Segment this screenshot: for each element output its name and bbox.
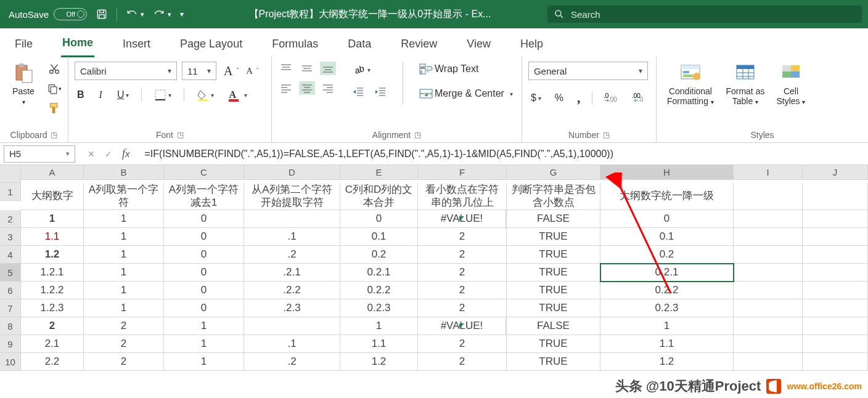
cut-icon[interactable]	[47, 62, 62, 76]
cell[interactable]: 0	[164, 228, 244, 246]
cell[interactable]	[734, 353, 803, 371]
decrease-indent-icon[interactable]	[350, 85, 367, 99]
qat-customize-button[interactable]: ▾	[180, 10, 184, 18]
cell[interactable]: .2.1	[244, 264, 340, 282]
row-header[interactable]: 5	[0, 264, 21, 282]
format-painter-icon[interactable]	[47, 101, 62, 116]
cell[interactable]	[734, 299, 803, 317]
cell[interactable]: 看小数点在字符串的第几位上	[418, 183, 507, 210]
accounting-format-button[interactable]: $▾	[528, 91, 544, 105]
cell[interactable]: 0	[340, 210, 418, 228]
cell[interactable]: 2	[418, 353, 507, 371]
cell[interactable]: 大纲数字统一降一级	[600, 183, 734, 210]
cell[interactable]: 1	[84, 264, 164, 282]
cell[interactable]: 0.1	[600, 228, 734, 246]
cell[interactable]: 2	[84, 335, 164, 353]
tab-formulas[interactable]: Formulas	[271, 34, 319, 57]
cell[interactable]	[734, 282, 803, 299]
cell[interactable]: TRUE	[507, 228, 600, 246]
cell[interactable]: 2	[84, 353, 164, 371]
cell[interactable]: TRUE	[507, 246, 600, 264]
cell[interactable]	[734, 335, 803, 353]
row-header[interactable]: 4	[0, 246, 21, 264]
tab-help[interactable]: Help	[519, 34, 544, 57]
cell[interactable]: 1	[164, 317, 244, 335]
col-header[interactable]: B	[84, 165, 164, 180]
align-middle-icon[interactable]	[299, 62, 315, 75]
align-top-icon[interactable]	[278, 62, 294, 75]
cell[interactable]: C列和D列的文本合并	[340, 183, 418, 210]
cell[interactable]: 0.2.2	[340, 282, 418, 299]
row-header[interactable]: 9	[0, 335, 21, 353]
cell[interactable]: 0.2.3	[340, 299, 418, 317]
cell[interactable]: 2	[21, 317, 84, 335]
undo-button[interactable]: ▾	[126, 8, 144, 20]
row-header[interactable]: 1	[0, 183, 21, 201]
cell[interactable]	[244, 210, 340, 228]
cell[interactable]	[803, 210, 868, 228]
format-as-table-button[interactable]: Format as Table ▾	[722, 62, 769, 106]
cell[interactable]: 0	[164, 264, 244, 282]
cell[interactable]: .1	[244, 228, 340, 246]
cell[interactable]: 2	[418, 299, 507, 317]
row-header[interactable]: 3	[0, 228, 21, 246]
cell[interactable]: 1	[84, 246, 164, 264]
cell[interactable]: 从A列第二个字符开始提取字符	[244, 183, 340, 210]
cell[interactable]: .2.2	[244, 282, 340, 299]
cell[interactable]: 2	[418, 282, 507, 299]
cell[interactable]: TRUE	[507, 353, 600, 371]
cell[interactable]: 1	[84, 282, 164, 299]
cell[interactable]: 1	[84, 299, 164, 317]
row-header[interactable]: 2	[0, 210, 21, 228]
fill-color-button[interactable]: ▾	[194, 87, 216, 102]
font-launcher-icon[interactable]: ◳	[177, 131, 184, 139]
cell-selected[interactable]: 0.2.1	[600, 264, 734, 282]
cell[interactable]	[803, 335, 868, 353]
cell[interactable]: 1	[164, 353, 244, 371]
formula-input[interactable]: =IF(ISNUMBER(FIND(".",A5,1))=FALSE,A5-1,…	[139, 148, 868, 160]
conditional-formatting-button[interactable]: Conditional Formatting ▾	[663, 62, 718, 106]
cell[interactable]: 0	[164, 299, 244, 317]
decrease-decimal-icon[interactable]: .00.0	[629, 91, 649, 105]
col-header[interactable]: A	[21, 165, 84, 180]
search-box[interactable]: Search	[547, 6, 862, 23]
cell[interactable]	[803, 299, 868, 317]
cell[interactable]: 1	[84, 210, 164, 228]
wrap-text-button[interactable]: abc Wrap Text	[417, 62, 515, 76]
row-header[interactable]: 8	[0, 317, 21, 335]
col-header[interactable]: G	[507, 165, 600, 180]
align-right-icon[interactable]	[320, 81, 336, 95]
cell[interactable]: 0.2.1	[340, 264, 418, 282]
cell[interactable]: 0.2.2	[600, 282, 734, 299]
cell[interactable]	[734, 246, 803, 264]
redo-button[interactable]: ▾	[153, 8, 171, 20]
cell[interactable]	[734, 228, 803, 246]
cell[interactable]: 判断字符串是否包含小数点	[507, 183, 600, 210]
cell[interactable]: 1	[21, 210, 84, 228]
cell[interactable]: TRUE	[507, 299, 600, 317]
copy-icon[interactable]: ▾	[47, 81, 62, 96]
underline-button[interactable]: U▾	[115, 88, 132, 102]
spreadsheet-grid[interactable]: A B C D E F G H I J 1 大纲数字 A列取第一个字符 A列第一…	[0, 165, 868, 371]
col-header[interactable]: D	[244, 165, 340, 180]
cell[interactable]: TRUE	[507, 282, 600, 299]
name-box[interactable]: H5▾	[4, 145, 75, 163]
font-color-button[interactable]: A▾	[226, 88, 250, 102]
cell[interactable]: 0.2	[340, 246, 418, 264]
comma-button[interactable]: ,	[575, 89, 583, 107]
cell[interactable]: FALSE	[507, 317, 600, 335]
cell[interactable]	[803, 317, 868, 335]
cell[interactable]: .2	[244, 246, 340, 264]
cell[interactable]: 2	[418, 246, 507, 264]
cell[interactable]: 1.2	[21, 246, 84, 264]
cell[interactable]: .2.3	[244, 299, 340, 317]
cell[interactable]: TRUE	[507, 335, 600, 353]
align-bottom-icon[interactable]	[320, 62, 336, 75]
cell[interactable]: 1.1	[340, 335, 418, 353]
cell[interactable]	[803, 228, 868, 246]
align-center-icon[interactable]	[299, 81, 315, 95]
cell[interactable]: A列第一个字符减去1	[164, 183, 244, 210]
enter-formula-icon[interactable]: ✓	[105, 149, 112, 159]
cell[interactable]: 1.2.3	[21, 299, 84, 317]
tab-data[interactable]: Data	[346, 34, 372, 57]
